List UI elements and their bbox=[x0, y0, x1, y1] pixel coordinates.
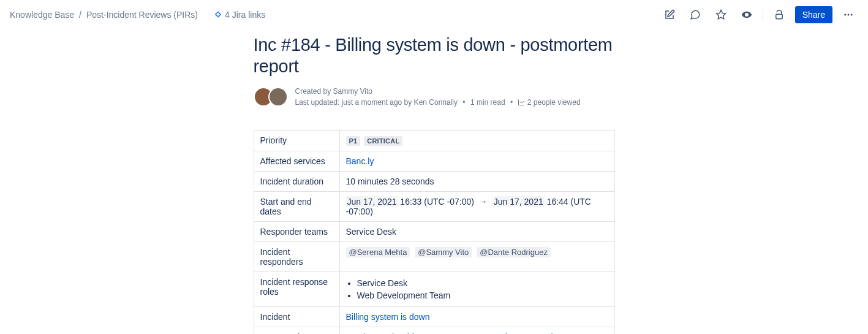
role-item: Service Desk bbox=[357, 277, 608, 289]
roles-list: Service Desk Web Development Team bbox=[346, 277, 608, 302]
label-dates: Start and end dates bbox=[254, 191, 339, 221]
divider bbox=[763, 9, 763, 21]
avatar-stack[interactable] bbox=[254, 87, 288, 107]
command-center-link[interactable]: Service Desk Bridge, 04 May 2021 10:52 (… bbox=[346, 332, 554, 334]
row-duration: Incident duration 10 minutes 28 seconds bbox=[254, 171, 614, 191]
row-incident: Incident Billing system is down bbox=[254, 306, 614, 327]
edit-icon[interactable] bbox=[660, 5, 679, 25]
start-time: 16:33 (UTC -07:00) bbox=[400, 197, 474, 207]
dot-separator: • bbox=[459, 98, 468, 107]
breadcrumb-root[interactable]: Knowledge Base bbox=[10, 10, 74, 20]
byline-text: Created by Sammy Vito Last updated: just… bbox=[295, 86, 581, 108]
mention-sammy[interactable]: @Sammy Vito bbox=[415, 247, 472, 257]
dot-separator: • bbox=[507, 98, 516, 107]
svg-point-4 bbox=[851, 14, 853, 16]
avatar[interactable] bbox=[268, 87, 288, 107]
affected-service-link[interactable]: Banc.ly bbox=[346, 156, 374, 166]
breadcrumb-section[interactable]: Post-Incident Reviews (PIRs) bbox=[86, 10, 198, 20]
svg-marker-0 bbox=[716, 10, 725, 19]
incident-link[interactable]: Billing system is down bbox=[346, 312, 430, 322]
watch-icon[interactable] bbox=[737, 5, 757, 25]
role-item: Web Development Team bbox=[357, 289, 608, 302]
more-icon[interactable] bbox=[839, 5, 858, 25]
label-roles: Incident response roles bbox=[254, 271, 339, 306]
label-affected: Affected services bbox=[254, 151, 339, 171]
value-responder-teams: Service Desk bbox=[339, 221, 614, 241]
label-responders: Incident responders bbox=[254, 241, 339, 271]
comment-icon[interactable] bbox=[685, 5, 705, 25]
priority-p1-badge: P1 bbox=[346, 136, 361, 146]
topbar-right: Share bbox=[660, 5, 858, 25]
row-command-center: Command center sessions Service Desk Bri… bbox=[254, 327, 614, 334]
priority-critical-badge: CRITICAL bbox=[364, 136, 402, 146]
page-title: Inc #184 - Billing system is down - post… bbox=[254, 34, 615, 77]
value-duration: 10 minutes 28 seconds bbox=[339, 171, 614, 191]
star-icon[interactable] bbox=[711, 5, 731, 25]
label-priority: Priority bbox=[254, 130, 339, 151]
row-responder-teams: Responder teams Service Desk bbox=[254, 221, 614, 241]
row-priority: Priority P1 CRITICAL bbox=[254, 130, 614, 151]
analytics-icon bbox=[518, 99, 525, 106]
topbar: Knowledge Base / Post-Incident Reviews (… bbox=[0, 0, 868, 25]
label-responder-teams: Responder teams bbox=[254, 221, 339, 241]
label-duration: Incident duration bbox=[254, 171, 339, 191]
people-viewed: 2 people viewed bbox=[527, 98, 581, 107]
incident-meta-table: Priority P1 CRITICAL Affected services B… bbox=[254, 130, 615, 334]
row-affected-services: Affected services Banc.ly bbox=[254, 151, 614, 171]
jira-links[interactable]: 4 Jira links bbox=[214, 10, 265, 20]
mention-dante[interactable]: @Dante Rodriguez bbox=[477, 247, 551, 257]
jira-icon bbox=[214, 10, 222, 19]
label-incident: Incident bbox=[254, 306, 339, 327]
arrow-icon: → bbox=[477, 197, 490, 207]
created-by: Created by Sammy Vito bbox=[295, 87, 373, 96]
end-date: Jun 17, 2021 bbox=[492, 196, 545, 207]
topbar-left: Knowledge Base / Post-Incident Reviews (… bbox=[10, 10, 265, 20]
breadcrumb-separator: / bbox=[78, 10, 83, 20]
mention-serena[interactable]: @Serena Mehta bbox=[346, 247, 410, 257]
byline: Created by Sammy Vito Last updated: just… bbox=[254, 86, 615, 108]
start-date: Jun 17, 2021 bbox=[346, 196, 398, 207]
label-cc: Command center sessions bbox=[254, 327, 339, 334]
svg-rect-1 bbox=[776, 14, 782, 19]
row-dates: Start and end dates Jun 17, 2021 16:33 (… bbox=[254, 191, 614, 221]
restrictions-icon[interactable] bbox=[769, 5, 789, 25]
row-responders: Incident responders @Serena Mehta @Sammy… bbox=[254, 241, 614, 271]
last-updated: Last updated: just a moment ago by Ken C… bbox=[295, 98, 458, 107]
jira-links-count: 4 Jira links bbox=[225, 10, 265, 20]
read-time: 1 min read bbox=[470, 98, 505, 107]
page-content: Inc #184 - Billing system is down - post… bbox=[254, 25, 615, 334]
share-button[interactable]: Share bbox=[795, 6, 832, 23]
svg-point-3 bbox=[848, 14, 850, 16]
row-roles: Incident response roles Service Desk Web… bbox=[254, 271, 614, 306]
svg-point-2 bbox=[844, 14, 846, 16]
